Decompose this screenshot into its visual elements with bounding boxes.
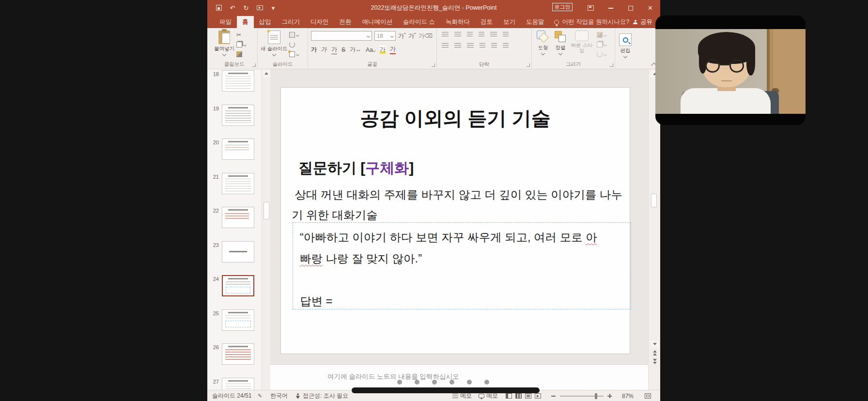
shape-outline-button[interactable] [597,41,606,48]
tab-디자인[interactable]: 디자인 [305,16,334,28]
italic-button[interactable]: 가 [320,46,328,54]
clear-formatting-button[interactable]: 가⌫ [418,32,433,40]
zoom-slider[interactable] [560,390,604,401]
tab-슬라이드 쇼[interactable]: 슬라이드 쇼 [398,16,440,28]
slide-body-text[interactable]: 상대 꺼낸 대화의 주제를 바꾸지 않고 더 깊이 있는 이야기를 나누기 위한… [292,185,626,225]
slide-thumbnail-image[interactable] [222,207,254,228]
language-indicator[interactable]: 한국어 [270,390,288,401]
fit-to-window-button[interactable] [645,390,651,401]
slide-scrollbar-thumb[interactable] [651,194,657,207]
change-case-button[interactable]: Aa [366,46,375,53]
columns-button[interactable] [491,43,497,48]
cut-button[interactable]: ✂ [236,31,246,38]
tab-파일[interactable]: 파일 [214,16,237,28]
slide-thumbnail-image[interactable] [222,139,254,160]
slide-thumbnail-22[interactable]: 22 [207,206,262,240]
font-size-combobox[interactable]: 18 [374,31,396,41]
slide-number-indicator[interactable]: 슬라이드 24/51 [212,390,251,401]
format-painter-button[interactable] [236,51,246,58]
reset-slide-button[interactable] [289,41,299,48]
slide-thumbnail-19[interactable]: 19 [207,104,262,138]
next-slide-icon[interactable] [651,359,658,365]
new-slide-button[interactable]: 새 슬라이드 [261,28,287,58]
slide-thumbnail-26[interactable]: 26 [207,342,262,377]
text-direction-button[interactable] [503,32,509,37]
slide-thumbnail-image[interactable] [222,343,254,365]
numbering-button[interactable] [454,32,461,37]
slide-thumbnail-18[interactable]: 18 [207,69,262,104]
share-button[interactable]: 공유 [633,16,652,28]
slide-thumbnail-20[interactable]: 20 [207,138,262,172]
ribbon-display-options-icon[interactable] [581,0,601,16]
align-center-button[interactable] [454,43,461,48]
character-spacing-button[interactable]: 가↔ [350,46,361,54]
paragraph-dialog-launcher-icon[interactable] [527,63,530,67]
slide-thumbnail-24[interactable]: 24 [207,274,262,308]
font-dialog-launcher-icon[interactable] [432,63,435,67]
zoom-slider-thumb[interactable] [595,393,597,399]
slide[interactable]: 공감 이외의 듣기 기술 질문하기 [구체화] 상대 꺼낸 대화의 주제를 바꾸… [281,88,630,354]
slide-thumbnail-27[interactable]: 27 [207,377,262,390]
tell-me-box[interactable]: 어떤 작업을 원하시나요? [549,16,634,28]
drawing-dialog-launcher-icon[interactable] [610,63,613,67]
tab-보기[interactable]: 보기 [498,16,521,28]
notes-pane[interactable]: 여기에 슬라이드 노트의 내용을 입력하십시오 [270,364,648,390]
quote-textbox[interactable]: “아빠하고 이야기 하다 보면 자꾸 싸우게 되고, 여러 모로 아빠랑 나랑 … [293,222,631,309]
maximize-button[interactable] [620,0,640,16]
strikethrough-button[interactable]: S [341,46,345,53]
slide-thumbnail-23[interactable]: 23 [207,240,262,275]
shrink-font-button[interactable]: 가ˇ [408,32,416,40]
tab-홈[interactable]: 홈 [237,16,254,28]
slide-thumbnail-image[interactable] [222,275,254,296]
align-left-button[interactable] [442,43,449,48]
slide-thumbnail-image[interactable] [222,378,254,390]
underline-button[interactable]: 가 [331,46,337,54]
slide-thumbnail-image[interactable] [222,309,254,331]
slide-thumbnail-image[interactable] [222,173,254,194]
slide-layout-button[interactable] [289,31,299,38]
font-name-combobox[interactable] [311,31,372,41]
convert-smartart-button[interactable] [503,43,509,48]
align-right-button[interactable] [467,43,474,48]
increase-indent-button[interactable] [479,32,484,37]
justify-button[interactable] [480,43,485,48]
close-button[interactable]: ✕ [640,0,660,16]
tab-전환[interactable]: 전환 [334,16,357,28]
font-color-button[interactable]: 가 [390,45,396,54]
slide-thumbnail-21[interactable]: 21 [207,172,262,206]
line-spacing-button[interactable] [490,32,497,37]
bullets-button[interactable] [442,32,449,37]
grow-font-button[interactable]: 가ˆ [398,32,406,40]
zoom-percentage[interactable]: 87% [622,390,634,401]
copy-button[interactable] [236,41,246,48]
shape-effects-button[interactable] [597,51,606,58]
slide-title[interactable]: 공감 이외의 듣기 기술 [281,105,630,132]
thumbnail-scrollbar-thumb[interactable] [264,202,269,219]
login-button[interactable]: 로그인 [552,3,573,11]
clipboard-dialog-launcher-icon[interactable] [252,63,256,67]
tab-그리기[interactable]: 그리기 [277,16,306,28]
scroll-up-icon[interactable] [263,70,270,77]
bold-button[interactable]: 가 [311,46,317,54]
paste-button[interactable]: 붙여넣기 [214,28,234,58]
shape-fill-button[interactable] [597,31,606,38]
highlight-color-button[interactable]: 가 [380,46,386,54]
quick-styles-button[interactable]: 빠른 스타일 [571,28,593,58]
video-scrubber-bar[interactable] [352,387,540,393]
tab-애니메이션[interactable]: 애니메이션 [357,16,398,28]
decrease-indent-button[interactable] [467,32,473,37]
spell-check-icon[interactable]: ✎ [258,390,262,401]
tab-도움말[interactable]: 도움말 [521,16,550,28]
scroll-down-icon[interactable] [651,340,659,348]
tab-녹화하다[interactable]: 녹화하다 [440,16,475,28]
slide-thumbnail-25[interactable]: 25 [207,308,262,343]
previous-slide-icon[interactable] [651,350,658,356]
slide-thumbnail-image[interactable] [222,105,254,126]
arrange-button[interactable]: 정렬 [554,28,567,58]
edit-button[interactable]: 편집 [619,31,632,58]
slide-thumbnail-image[interactable] [222,70,254,92]
tab-삽입[interactable]: 삽입 [254,16,277,28]
zoom-in-button[interactable] [607,390,612,401]
slide-heading[interactable]: 질문하기 [구체화] [298,158,414,178]
accessibility-status[interactable]: 접근성: 조사 필요 [295,390,348,401]
